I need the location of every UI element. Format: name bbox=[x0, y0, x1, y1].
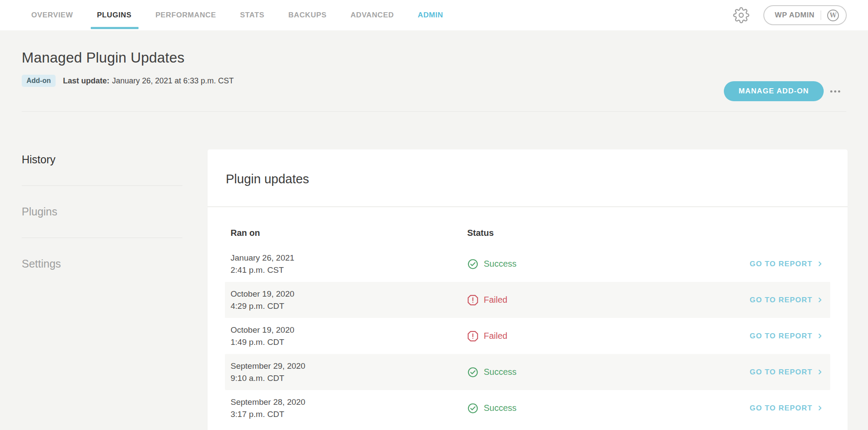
tab-stats[interactable]: STATS bbox=[240, 0, 264, 30]
sidebar: History Plugins Settings bbox=[22, 153, 182, 290]
sidebar-item-settings[interactable]: Settings bbox=[22, 238, 182, 290]
run-date: October 19, 2020 4:29 p.m. CDT bbox=[225, 288, 467, 312]
chevron-right-icon bbox=[816, 332, 824, 340]
status-label: Success bbox=[484, 403, 517, 413]
tab-backups[interactable]: BACKUPS bbox=[288, 0, 327, 30]
chevron-right-icon bbox=[816, 404, 824, 412]
go-to-report-link[interactable]: GO TO REPORT bbox=[750, 368, 830, 377]
check-circle-icon bbox=[467, 367, 479, 378]
check-circle-icon bbox=[467, 258, 479, 270]
addon-badge: Add-on bbox=[22, 75, 56, 87]
status-label: Failed bbox=[484, 295, 507, 305]
table-row: October 19, 2020 1:49 p.m. CDT Failed GO… bbox=[225, 318, 830, 354]
status-label: Success bbox=[484, 367, 517, 377]
check-circle-icon bbox=[467, 403, 479, 414]
pill-divider bbox=[821, 10, 821, 20]
table-header-row: Ran on Status bbox=[225, 207, 830, 246]
tab-admin[interactable]: ADMIN bbox=[418, 0, 443, 30]
card-title: Plugin updates bbox=[226, 172, 829, 186]
table-row: September 28, 2020 3:17 p.m. CDT Success… bbox=[225, 390, 830, 426]
status-cell: Success bbox=[467, 258, 750, 270]
alert-octagon-icon bbox=[467, 331, 479, 342]
column-header-ran-on: Ran on bbox=[225, 228, 467, 238]
header-actions: MANAGE ADD-ON bbox=[724, 81, 841, 101]
run-date: September 29, 2020 9:10 a.m. CDT bbox=[225, 360, 467, 384]
status-cell: Failed bbox=[467, 331, 750, 342]
card-header: Plugin updates bbox=[208, 149, 848, 186]
last-update-text: Last update:January 26, 2021 at 6:33 p.m… bbox=[63, 76, 234, 86]
page-meta: Add-on Last update:January 26, 2021 at 6… bbox=[22, 75, 846, 87]
status-cell: Success bbox=[467, 367, 750, 378]
go-to-report-link[interactable]: GO TO REPORT bbox=[750, 260, 830, 268]
plugin-updates-card: Plugin updates Ran on Status January 26,… bbox=[208, 149, 848, 430]
status-cell: Success bbox=[467, 403, 750, 414]
go-to-report-link[interactable]: GO TO REPORT bbox=[750, 296, 830, 304]
wp-admin-label: WP ADMIN bbox=[775, 11, 815, 20]
sidebar-item-plugins[interactable]: Plugins bbox=[22, 186, 182, 238]
content: History Plugins Settings Plugin updates … bbox=[0, 112, 868, 430]
alert-octagon-icon bbox=[467, 294, 479, 306]
table-row: September 29, 2020 9:10 a.m. CDT Success… bbox=[225, 354, 830, 390]
status-cell: Failed bbox=[467, 294, 750, 306]
sidebar-item-history[interactable]: History bbox=[22, 153, 182, 186]
column-header-status: Status bbox=[467, 228, 830, 238]
topbar-actions: WP ADMIN W bbox=[732, 5, 847, 25]
chevron-right-icon bbox=[816, 296, 824, 304]
wordpress-logo-icon: W bbox=[827, 10, 839, 21]
status-label: Failed bbox=[484, 331, 507, 341]
tab-overview[interactable]: OVERVIEW bbox=[31, 0, 73, 30]
run-date: January 26, 2021 2:41 p.m. CST bbox=[225, 252, 467, 276]
page-title: Managed Plugin Updates bbox=[22, 50, 846, 66]
gear-icon[interactable] bbox=[732, 7, 750, 24]
status-label: Success bbox=[484, 259, 517, 269]
run-date: October 19, 2020 1:49 p.m. CDT bbox=[225, 324, 467, 348]
top-nav: OVERVIEW PLUGINS PERFORMANCE STATS BACKU… bbox=[0, 0, 868, 30]
chevron-right-icon bbox=[816, 368, 824, 376]
table-row: January 26, 2021 2:41 p.m. CST Success G… bbox=[225, 246, 830, 282]
tab-performance[interactable]: PERFORMANCE bbox=[155, 0, 216, 30]
last-update-value: January 26, 2021 at 6:33 p.m. CST bbox=[112, 76, 234, 85]
tab-advanced[interactable]: ADVANCED bbox=[350, 0, 394, 30]
go-to-report-link[interactable]: GO TO REPORT bbox=[750, 404, 830, 413]
updates-table: Ran on Status January 26, 2021 2:41 p.m.… bbox=[225, 207, 830, 426]
run-date: September 28, 2020 3:17 p.m. CDT bbox=[225, 396, 467, 420]
last-update-label: Last update: bbox=[63, 76, 109, 85]
chevron-right-icon bbox=[816, 260, 824, 268]
header-divider bbox=[22, 111, 846, 112]
more-options-icon[interactable] bbox=[829, 88, 841, 95]
wp-admin-button[interactable]: WP ADMIN W bbox=[763, 5, 847, 25]
go-to-report-link[interactable]: GO TO REPORT bbox=[750, 332, 830, 341]
manage-addon-button[interactable]: MANAGE ADD-ON bbox=[724, 81, 824, 101]
page-header: Managed Plugin Updates Add-on Last updat… bbox=[0, 50, 868, 112]
nav-tabs: OVERVIEW PLUGINS PERFORMANCE STATS BACKU… bbox=[31, 0, 443, 30]
table-row: October 19, 2020 4:29 p.m. CDT Failed GO… bbox=[225, 282, 830, 318]
tab-plugins[interactable]: PLUGINS bbox=[97, 0, 132, 30]
